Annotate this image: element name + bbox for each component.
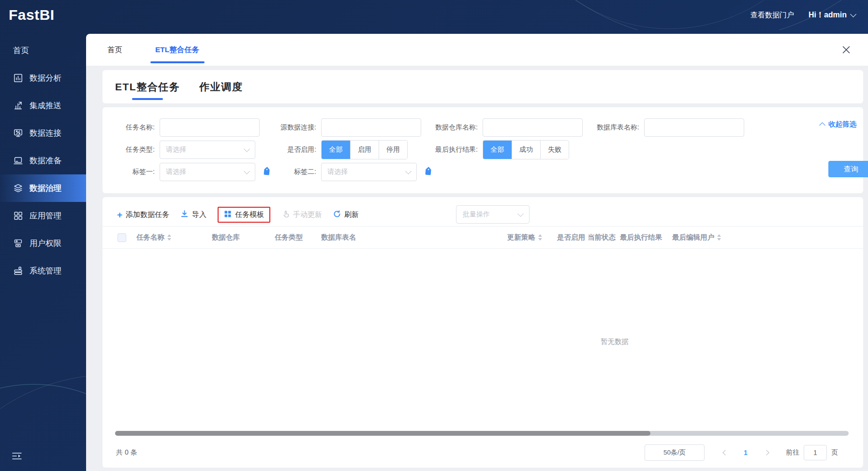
horizontal-scrollbar[interactable] (115, 431, 849, 436)
task-type-select[interactable]: 请选择 (160, 141, 255, 159)
enabled-option-off[interactable]: 停用 (379, 141, 407, 159)
import-button[interactable]: 导入 (180, 210, 206, 219)
scrollbar-thumb[interactable] (115, 431, 650, 436)
sidebar-item-data-preparation[interactable]: 数据准备 (0, 147, 86, 174)
layers-icon (13, 183, 23, 193)
laptop-icon (13, 156, 23, 166)
column-current-status: 当前状态 (588, 233, 620, 242)
sidebar-item-data-connection[interactable]: 数据连接 (0, 119, 86, 147)
select-all-checkbox[interactable] (118, 233, 126, 242)
search-button[interactable]: 查询 (828, 161, 868, 177)
hand-icon (281, 210, 290, 219)
empty-state-text: 暂无数据 (601, 337, 629, 346)
system-settings-icon (13, 266, 23, 276)
source-connection-input[interactable] (321, 118, 421, 137)
result-option-all[interactable]: 全部 (483, 141, 512, 159)
column-task-name[interactable]: 任务名称 (134, 233, 212, 242)
column-task-type: 任务类型 (275, 233, 321, 242)
refresh-button[interactable]: 刷新 (333, 210, 359, 219)
view-data-portal-link[interactable]: 查看数据门户 (750, 11, 794, 20)
tag-icon[interactable] (424, 168, 433, 177)
template-grid-icon (224, 210, 232, 219)
next-page-button[interactable] (759, 444, 775, 461)
sort-icon[interactable] (167, 234, 171, 241)
sidebar-item-data-governance[interactable]: 数据治理 (0, 174, 86, 202)
app-header: FastBI 查看数据门户 Hi！admin (0, 0, 868, 30)
tab-home[interactable]: 首页 (107, 45, 122, 55)
chevron-down-icon (850, 11, 856, 17)
task-name-input[interactable] (160, 118, 260, 137)
add-data-task-button[interactable]: + 添加数据任务 (117, 210, 169, 219)
chevron-down-icon (244, 168, 250, 174)
plus-icon: + (117, 210, 122, 219)
user-permission-icon (13, 238, 23, 248)
tag1-select[interactable]: 请选择 (160, 163, 255, 181)
sidebar-item-system-management[interactable]: 系统管理 (0, 257, 86, 285)
page-tab-etl-tasks[interactable]: ETL整合任务 (115, 70, 180, 103)
sidebar-collapse-button[interactable] (12, 452, 22, 462)
column-last-result: 最后执行结果 (620, 233, 672, 242)
page-unit-label: 页 (831, 448, 838, 457)
table-header-row: 任务名称 数据仓库 任务类型 数据库表名 更新策略 是否启用 (103, 226, 863, 249)
column-last-editor[interactable]: 最后编辑用户 (672, 233, 863, 242)
result-option-success[interactable]: 成功 (512, 141, 540, 159)
goto-label: 前往 (786, 448, 799, 457)
page-size-select[interactable]: 50条/页 (645, 444, 705, 461)
user-greeting: Hi！admin (809, 10, 847, 20)
chevron-down-icon (405, 168, 412, 174)
page-tabs-card: ETL整合任务 作业调度 (103, 70, 863, 103)
sidebar-item-home[interactable]: 首页 (0, 37, 86, 64)
page-tab-job-schedule[interactable]: 作业调度 (199, 70, 243, 103)
column-warehouse: 数据仓库 (212, 233, 275, 242)
sort-icon[interactable] (538, 234, 542, 241)
bar-chart-icon (13, 73, 23, 83)
user-menu[interactable]: Hi！admin (809, 10, 855, 20)
goto-page-input[interactable] (804, 445, 827, 460)
sidebar-item-app-management[interactable]: 应用管理 (0, 202, 86, 229)
prev-page-button[interactable] (716, 444, 733, 461)
tag2-select[interactable]: 请选择 (321, 163, 417, 181)
current-page[interactable]: 1 (737, 449, 754, 457)
column-update-strategy[interactable]: 更新策略 (507, 233, 557, 242)
warehouse-name-input[interactable] (483, 118, 583, 137)
refresh-icon (333, 210, 341, 219)
column-enabled: 是否启用 (557, 233, 588, 242)
task-template-highlight-box: 任务模板 (218, 207, 270, 223)
import-icon (180, 210, 189, 219)
task-type-label: 任务类型: (103, 145, 160, 154)
sort-icon[interactable] (717, 234, 721, 241)
enabled-option-all[interactable]: 全部 (322, 141, 350, 159)
close-icon[interactable] (841, 44, 852, 55)
source-connection-label: 源数据连接: (264, 123, 321, 132)
chevron-down-icon (517, 211, 524, 217)
task-table-card: + 添加数据任务 导入 任务模板 (103, 197, 863, 468)
main-panel: ETL整合任务 作业调度 收起筛选 任务名称: 源数据连接: 数据仓库名称: (86, 66, 868, 471)
warehouse-name-label: 数据仓库名称: (426, 123, 483, 132)
result-option-fail[interactable]: 失败 (540, 141, 569, 159)
enabled-option-on[interactable]: 启用 (350, 141, 379, 159)
app-logo: FastBI (9, 7, 55, 23)
manual-update-button[interactable]: 手动更新 (281, 210, 322, 219)
task-name-label: 任务名称: (103, 123, 160, 132)
collapse-filter-link[interactable]: 收起筛选 (820, 120, 856, 129)
sidebar: 首页 数据分析 集成推送 数据连接 数据准备 数据治理 应用管理 (0, 30, 86, 471)
batch-operations-select[interactable]: 批量操作 (456, 205, 530, 224)
chevron-down-icon (244, 146, 250, 152)
table-name-input[interactable] (644, 118, 744, 137)
enabled-label: 是否启用: (264, 145, 321, 154)
content-area: 首页 ETL整合任务 ETL整合任务 作业调度 收起筛选 任务名称: 源 (86, 30, 868, 471)
sidebar-item-user-permissions[interactable]: 用户权限 (0, 229, 86, 257)
pagination: 50条/页 1 前往 页 (645, 444, 838, 461)
tag-icon[interactable] (262, 168, 271, 177)
monitor-percent-icon (13, 128, 23, 138)
tab-etl-tasks[interactable]: ETL整合任务 (155, 45, 199, 55)
total-count: 共 0 条 (116, 448, 137, 457)
sidebar-item-data-analysis[interactable]: 数据分析 (0, 64, 86, 92)
table-name-label: 数据库表名称: (587, 123, 644, 132)
table-toolbar: + 添加数据任务 导入 任务模板 (103, 197, 863, 224)
sidebar-item-integration-push[interactable]: 集成推送 (0, 92, 86, 119)
filter-card: 收起筛选 任务名称: 源数据连接: 数据仓库名称: 数据库表名称: (103, 107, 863, 193)
task-template-button[interactable]: 任务模板 (224, 210, 264, 219)
chart-push-icon (13, 100, 23, 111)
column-db-table-name: 数据库表名 (321, 233, 507, 242)
